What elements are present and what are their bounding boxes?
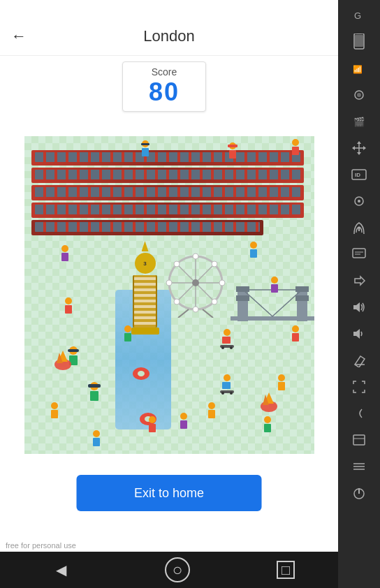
svg-point-72 xyxy=(138,371,145,376)
train-windows-3 xyxy=(35,187,300,197)
side-icon-id[interactable]: ID xyxy=(345,162,373,187)
exit-to-home-button[interactable]: Exit to home xyxy=(77,475,262,511)
side-icon-power[interactable]: G xyxy=(345,3,373,28)
svg-rect-54 xyxy=(222,382,231,389)
side-icon-window[interactable] xyxy=(345,427,373,453)
svg-point-83 xyxy=(180,413,187,420)
svg-text:🎬: 🎬 xyxy=(353,116,365,128)
side-icon-video[interactable]: 🎬 xyxy=(345,109,373,134)
char-mid-1 xyxy=(59,244,71,263)
svg-rect-42 xyxy=(51,410,58,418)
side-icon-back[interactable] xyxy=(345,401,373,426)
svg-marker-98 xyxy=(357,152,361,155)
svg-point-93 xyxy=(357,93,361,97)
svg-rect-27 xyxy=(142,148,149,156)
train-windows-1 xyxy=(35,152,300,162)
svg-point-81 xyxy=(149,416,156,423)
svg-rect-82 xyxy=(149,424,156,432)
svg-point-85 xyxy=(208,402,215,409)
char-bottom-3 xyxy=(206,402,217,420)
side-icon-volume-up[interactable] xyxy=(345,295,373,320)
svg-point-56 xyxy=(221,392,224,395)
svg-point-12 xyxy=(174,261,180,267)
svg-point-51 xyxy=(264,416,271,423)
train-row-3 xyxy=(31,185,304,200)
side-icon-menu[interactable] xyxy=(345,454,373,479)
svg-rect-18 xyxy=(236,295,249,301)
svg-rect-78 xyxy=(90,391,98,401)
back-nav-button[interactable]: ◀ xyxy=(43,552,78,587)
svg-rect-30 xyxy=(292,147,299,155)
svg-rect-37 xyxy=(65,305,72,314)
svg-rect-17 xyxy=(236,286,249,292)
donut-1 xyxy=(133,367,150,381)
svg-rect-22 xyxy=(231,316,314,321)
bottom-navigation: ◀ ○ □ xyxy=(0,552,338,588)
watermark: free for personal use xyxy=(0,541,338,550)
side-icon-move[interactable] xyxy=(345,135,373,161)
skater-2 xyxy=(220,328,234,349)
side-icon-fullscreen[interactable] xyxy=(345,374,373,399)
svg-point-15 xyxy=(174,299,180,304)
svg-line-7 xyxy=(203,309,213,318)
recent-nav-button[interactable]: □ xyxy=(277,561,295,579)
svg-rect-48 xyxy=(292,333,299,341)
header: ← London xyxy=(0,17,338,56)
svg-rect-35 xyxy=(61,253,68,261)
side-icon-wifi[interactable]: 📶 xyxy=(345,56,373,81)
side-icon-battery[interactable] xyxy=(345,29,373,54)
svg-point-41 xyxy=(51,402,58,409)
svg-rect-105 xyxy=(353,249,365,258)
score-label: Score xyxy=(129,66,200,78)
svg-text:ID: ID xyxy=(355,172,360,178)
svg-marker-99 xyxy=(352,146,355,150)
svg-point-61 xyxy=(221,346,224,349)
svg-point-29 xyxy=(292,139,299,146)
svg-point-63 xyxy=(124,325,131,332)
train-row-2 xyxy=(31,168,304,183)
clock-face: 3 xyxy=(135,253,156,274)
tower-base xyxy=(131,328,159,335)
svg-rect-64 xyxy=(124,333,131,341)
svg-rect-59 xyxy=(222,337,231,344)
svg-marker-111 xyxy=(355,356,365,367)
svg-rect-89 xyxy=(356,34,362,34)
char-low-hat xyxy=(87,381,101,403)
svg-marker-97 xyxy=(357,141,361,144)
train-windows-4 xyxy=(35,205,300,214)
side-icon-signal[interactable] xyxy=(345,215,373,240)
side-icon-share[interactable] xyxy=(345,268,373,293)
svg-point-62 xyxy=(230,346,233,349)
svg-rect-80 xyxy=(93,438,100,446)
svg-point-49 xyxy=(278,374,285,381)
home-nav-button[interactable]: ○ xyxy=(165,557,190,582)
character-1 xyxy=(140,140,151,158)
back-button[interactable]: ← xyxy=(11,27,27,45)
fire-left xyxy=(52,349,73,370)
side-icon-power-bottom[interactable] xyxy=(345,480,373,506)
svg-rect-86 xyxy=(208,410,215,418)
svg-point-13 xyxy=(212,299,217,304)
svg-rect-84 xyxy=(180,420,187,429)
svg-point-34 xyxy=(61,245,68,252)
svg-point-8 xyxy=(193,253,198,259)
svg-rect-44 xyxy=(250,249,257,258)
svg-text:G: G xyxy=(354,10,361,21)
char-bottom-2 xyxy=(178,412,189,430)
char-right-1 xyxy=(248,241,259,259)
side-icon-chat[interactable] xyxy=(345,242,373,267)
char-right-5 xyxy=(262,416,273,434)
skater-1 xyxy=(220,374,234,395)
side-icon-volume-down[interactable] xyxy=(345,321,373,346)
svg-rect-113 xyxy=(353,435,365,445)
side-icon-settings[interactable] xyxy=(345,189,373,214)
svg-point-47 xyxy=(292,325,299,332)
svg-point-79 xyxy=(93,430,100,437)
tower-spire xyxy=(142,241,149,251)
side-icon-eraser[interactable] xyxy=(345,348,373,373)
train-windows-2 xyxy=(35,170,300,179)
svg-marker-100 xyxy=(363,146,366,150)
london-eye xyxy=(164,251,227,314)
svg-rect-90 xyxy=(355,35,363,47)
side-icon-camera[interactable] xyxy=(345,82,373,108)
